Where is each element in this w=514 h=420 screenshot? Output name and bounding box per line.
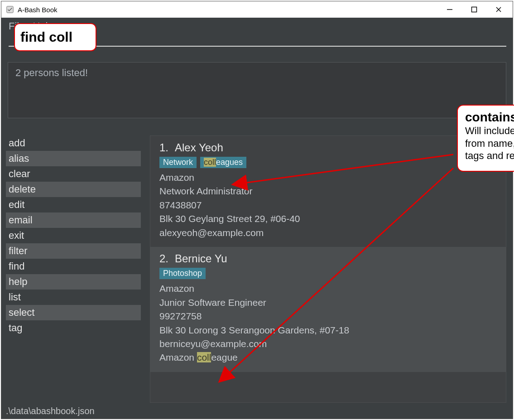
sidebar-cmd-clear[interactable]: clear xyxy=(6,166,141,182)
command-input-area: find coll xyxy=(1,35,513,59)
annotation-explain-line3: tags and remarks xyxy=(465,150,514,162)
sidebar-cmd-list[interactable]: list xyxy=(6,290,141,305)
app-window: A-Bash Book File Help find coll 2 person… xyxy=(1,1,513,419)
sidebar-cmd-help[interactable]: help xyxy=(6,274,141,290)
footer-path: .\data\abashbook.json xyxy=(1,403,513,419)
sidebar-cmd-edit[interactable]: edit xyxy=(6,197,141,212)
annotation-explain-line1: Will include result xyxy=(465,125,514,137)
maximize-button[interactable] xyxy=(462,1,486,18)
result-phone: 87438807 xyxy=(159,198,497,212)
svg-rect-2 xyxy=(472,7,477,12)
result-tag: Photoshop xyxy=(159,268,206,279)
sidebar-cmd-exit[interactable]: exit xyxy=(6,228,141,243)
result-index: 2. xyxy=(159,252,168,265)
result-email: alexyeoh@example.com xyxy=(159,226,497,240)
window-controls xyxy=(437,1,511,18)
sidebar-cmd-find[interactable]: find xyxy=(6,259,141,274)
result-address: Blk 30 Geylang Street 29, #06-40 xyxy=(159,212,497,226)
result-tag: Network xyxy=(159,157,197,168)
annotation-command-callout: find coll xyxy=(14,23,96,51)
result-tag: colleagues xyxy=(200,157,246,168)
footer-path-text: .\data\abashbook.json xyxy=(6,406,95,416)
result-email: berniceyu@example.com xyxy=(159,337,497,351)
results-list[interactable]: 1. Alex Yeoh Network colleagues Amazon N… xyxy=(150,135,506,403)
sidebar-cmd-delete[interactable]: delete xyxy=(6,182,141,197)
result-index: 1. xyxy=(159,141,168,154)
result-tags: Photoshop xyxy=(159,268,497,279)
result-tags: Network colleagues xyxy=(159,157,497,168)
result-role: Junior Software Engineer xyxy=(159,296,497,309)
status-message: 2 persons listed! xyxy=(15,67,88,78)
sidebar-cmd-add[interactable]: add xyxy=(6,135,141,151)
app-icon xyxy=(6,5,14,14)
annotation-explain-line2: from name, email, xyxy=(465,137,514,150)
status-box: 2 persons listed! xyxy=(8,62,506,118)
app-body: File Help find coll 2 persons listed! ad… xyxy=(1,18,513,419)
result-phone: 99272758 xyxy=(159,309,497,323)
sidebar-cmd-alias[interactable]: alias xyxy=(6,151,141,166)
window-title: A-Bash Book xyxy=(18,6,58,14)
results-panel: contains “coll” Will include result from… xyxy=(145,135,513,403)
annotation-explain-callout: contains “coll” Will include result from… xyxy=(457,105,514,172)
result-address: Blk 30 Lorong 3 Serangoon Gardens, #07-1… xyxy=(159,323,497,337)
result-company: Amazon xyxy=(159,282,497,295)
sidebar-cmd-select[interactable]: select xyxy=(6,305,141,320)
result-card[interactable]: 1. Alex Yeoh Network colleagues Amazon N… xyxy=(150,136,506,247)
result-card[interactable]: 2. Bernice Yu Photoshop Amazon Junior So… xyxy=(150,247,506,372)
result-name: Alex Yeoh xyxy=(175,141,223,154)
result-company: Amazon xyxy=(159,171,497,184)
minimize-button[interactable] xyxy=(437,1,462,18)
result-name: Bernice Yu xyxy=(175,252,227,265)
sidebar-cmd-tag[interactable]: tag xyxy=(6,320,141,336)
annotation-explain-title: contains “coll” xyxy=(465,110,514,125)
command-sidebar: add alias clear delete edit email exit f… xyxy=(1,135,145,403)
titlebar: A-Bash Book xyxy=(1,1,513,18)
result-remark: Amazon colleague xyxy=(159,351,497,364)
close-button[interactable] xyxy=(486,1,511,18)
result-role: Network Administrator xyxy=(159,184,497,198)
sidebar-cmd-filter[interactable]: filter xyxy=(6,243,141,259)
sidebar-cmd-email[interactable]: email xyxy=(6,212,141,228)
